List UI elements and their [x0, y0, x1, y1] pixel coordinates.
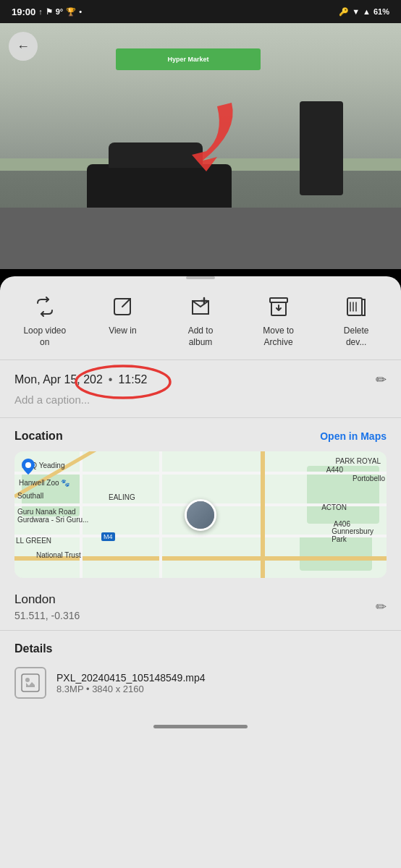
store-sign-text: Hyper Market [167, 56, 208, 63]
status-left: 19:00 ↑ ⚑ 9° 🏆 • [12, 7, 82, 17]
loop-video-icon [32, 294, 58, 320]
location-row: London 51.511, -0.316 ✏ [0, 587, 401, 631]
map-label-national-trust: National Trust [36, 551, 81, 559]
map-label-gunnersbury: GunnersburyPark [332, 527, 373, 543]
map-label-portobello: Portobello [353, 475, 385, 482]
file-info: PXL_20240415_105148549.mp4 8.3MP • 3840 … [56, 672, 206, 694]
map-road-v3 [261, 451, 265, 578]
back-arrow-icon: ← [17, 39, 30, 54]
map-label-a440: A440 [326, 466, 343, 474]
info-section: Mon, Apr 15, 202 • 11:52 ✏ Add a caption… [0, 360, 401, 418]
map-background: B&Q Yeading Hanwell Zoo 🐾 Southall Guru … [14, 451, 387, 578]
action-view-in[interactable]: View in [84, 294, 162, 337]
actions-row: Loop videoon View in Add toalbum [0, 279, 401, 360]
svg-rect-3 [347, 298, 362, 315]
map-label-m4: M4 [101, 532, 115, 541]
action-add-to-album[interactable]: Add toalbum [161, 294, 240, 348]
map-road-v2 [159, 451, 162, 578]
open-maps-button[interactable]: Open in Maps [320, 430, 387, 442]
map-label-hanwell: Hanwell Zoo 🐾 [19, 479, 69, 487]
map-photo-pin [185, 499, 216, 531]
status-flag-icon: ⚑ [46, 7, 53, 17]
dot-separator: • [109, 373, 113, 386]
location-title: Location [14, 430, 63, 443]
kiosk [300, 101, 343, 195]
status-trophy-icon: 🏆 [66, 7, 76, 17]
location-coords: 51.511, -0.316 [14, 610, 80, 621]
details-title: Details [14, 642, 387, 655]
action-loop-video[interactable]: Loop videoon [6, 294, 84, 348]
move-to-archive-label: Move toArchive [263, 326, 294, 348]
date-time: Mon, Apr 15, 202 • 11:52 [14, 373, 148, 386]
action-move-to-archive[interactable]: Move toArchive [240, 294, 318, 348]
status-temp: 9° [56, 7, 64, 16]
delete-icon [343, 294, 369, 320]
status-signal-icon: ▲ [363, 7, 371, 16]
view-in-label: View in [109, 326, 136, 337]
photo-area: Hyper Market ← [0, 23, 401, 269]
status-bar: 19:00 ↑ ⚑ 9° 🏆 • 🔑 ▼ ▲ 61% [0, 0, 401, 23]
file-resolution: 3840 x 2160 [92, 684, 144, 694]
status-key-icon: 🔑 [339, 7, 349, 17]
time-text: 11:52 [118, 373, 147, 386]
back-button[interactable]: ← [9, 32, 38, 61]
file-meta-dot: • [86, 684, 92, 694]
store-sign: Hyper Market [116, 48, 261, 70]
edit-location-icon[interactable]: ✏ [376, 599, 387, 615]
file-megapixels: 8.3MP [56, 684, 83, 694]
map-label-guru: Guru Nanak RoadGurdwara - Sri Guru... [17, 508, 88, 524]
status-battery: 61% [373, 7, 389, 16]
status-dot: • [79, 7, 82, 16]
location-name: London [14, 592, 80, 607]
svg-point-7 [25, 678, 30, 682]
map-container[interactable]: B&Q Yeading Hanwell Zoo 🐾 Southall Guru … [14, 451, 387, 578]
view-in-icon [109, 294, 135, 320]
edit-date-icon[interactable]: ✏ [376, 372, 387, 388]
action-delete[interactable]: Deletedev... [317, 294, 395, 348]
map-road-h3 [14, 535, 387, 537]
map-label-llgreen: LL GREEN [16, 537, 51, 545]
caption-placeholder[interactable]: Add a caption... [14, 393, 387, 406]
location-section: Location Open in Maps [0, 418, 401, 578]
add-to-album-label: Add toalbum [188, 326, 214, 348]
map-label-park-royal: PARK ROYAL [336, 457, 381, 465]
location-details: London 51.511, -0.316 [14, 592, 80, 621]
map-label-ealing: EALING [109, 493, 135, 501]
date-text: Mon, Apr 15, 202 [14, 373, 103, 386]
details-section: Details PXL_20240415_105148549.mp4 8.3MP… [0, 631, 401, 710]
file-type-icon [14, 667, 46, 699]
move-to-archive-icon [266, 294, 292, 320]
file-meta: 8.3MP • 3840 x 2160 [56, 684, 206, 694]
svg-rect-6 [22, 674, 39, 692]
file-row: PXL_20240415_105148549.mp4 8.3MP • 3840 … [14, 667, 387, 699]
status-wifi-icon: ▼ [352, 7, 360, 16]
red-arrow-annotation [166, 95, 253, 182]
bottom-sheet: Loop videoon View in Add toalbum [0, 276, 401, 868]
map-label-acton: ACTON [321, 503, 347, 511]
add-to-album-icon [187, 294, 214, 320]
svg-point-5 [25, 462, 31, 468]
delete-label: Deletedev... [344, 326, 369, 348]
status-time: 19:00 [12, 7, 35, 17]
map-label-southall: Southall [17, 492, 43, 500]
status-right: 🔑 ▼ ▲ 61% [339, 7, 389, 17]
map-blue-pin [22, 459, 35, 475]
map-pin-image [187, 501, 214, 529]
file-name: PXL_20240415_105148549.mp4 [56, 672, 206, 684]
date-row: Mon, Apr 15, 202 • 11:52 ✏ [14, 372, 387, 388]
status-arrow-up: ↑ [38, 7, 43, 16]
location-header: Location Open in Maps [14, 430, 387, 443]
home-indicator [153, 725, 248, 728]
loop-video-label: Loop videoon [23, 326, 66, 348]
